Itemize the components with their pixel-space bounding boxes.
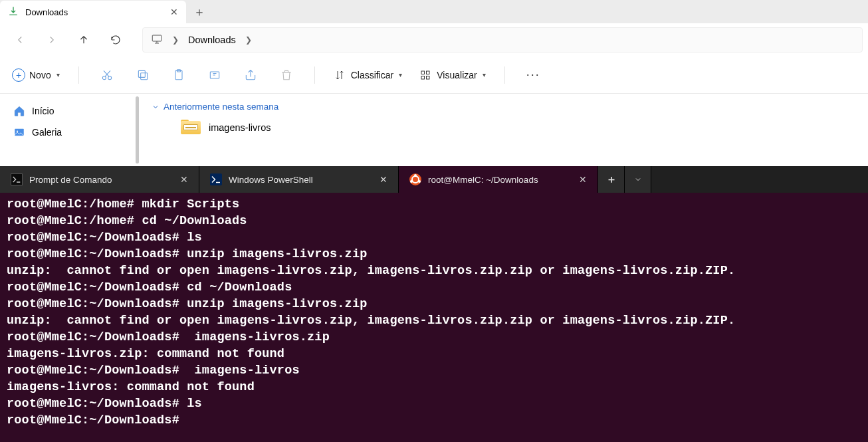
folder-item-name: imagens-livros bbox=[209, 122, 271, 133]
plus-circle-icon: + bbox=[12, 68, 25, 82]
sort-button[interactable]: Classificar ▾ bbox=[327, 65, 409, 85]
explorer-tabbar: Downloads ✕ ＋ bbox=[0, 0, 868, 23]
new-button-label: Novo bbox=[29, 70, 51, 80]
close-icon[interactable]: ✕ bbox=[180, 174, 188, 185]
svg-rect-10 bbox=[421, 76, 425, 79]
view-button[interactable]: Visualizar ▾ bbox=[413, 65, 492, 85]
group-header[interactable]: Anteriormente nesta semana bbox=[152, 99, 856, 117]
sidebar-item-label: Início bbox=[32, 106, 54, 116]
breadcrumb-segment[interactable]: Downloads bbox=[188, 35, 236, 45]
terminal-tabbar: Prompt de Comando ✕ Windows PowerShell ✕… bbox=[0, 166, 868, 193]
file-explorer: Downloads ✕ ＋ ❯ Downloads ❯ + Novo ▾ bbox=[0, 0, 868, 166]
explorer-tab-downloads[interactable]: Downloads ✕ bbox=[0, 1, 186, 23]
separator bbox=[78, 66, 79, 84]
nav-forward-button[interactable] bbox=[37, 27, 66, 53]
terminal-tab-dropdown-button[interactable] bbox=[625, 166, 651, 193]
sidebar-item-gallery[interactable]: Galeria bbox=[4, 122, 135, 143]
sidebar-item-label: Galeria bbox=[32, 127, 62, 138]
delete-button[interactable] bbox=[271, 62, 302, 88]
nav-up-button[interactable] bbox=[69, 27, 98, 53]
chevron-down-icon: ▾ bbox=[399, 71, 402, 78]
svg-point-2 bbox=[108, 76, 111, 79]
terminal-tab-cmd[interactable]: Prompt de Comando ✕ bbox=[0, 166, 199, 193]
more-button[interactable]: ··· bbox=[517, 64, 550, 86]
address-bar[interactable]: ❯ Downloads ❯ bbox=[142, 27, 863, 53]
view-label: Visualizar bbox=[437, 70, 477, 80]
terminal-tab-title: Prompt de Comando bbox=[29, 175, 112, 185]
terminal-tab-powershell[interactable]: Windows PowerShell ✕ bbox=[199, 166, 399, 193]
sort-label: Classificar bbox=[351, 70, 394, 80]
nav-refresh-button[interactable] bbox=[101, 27, 130, 53]
svg-rect-0 bbox=[152, 35, 162, 41]
explorer-tab-title: Downloads bbox=[25, 7, 163, 17]
terminal-window: Prompt de Comando ✕ Windows PowerShell ✕… bbox=[0, 166, 868, 442]
chevron-down-icon: ▾ bbox=[56, 71, 60, 78]
explorer-content[interactable]: Anteriormente nesta semana imagens-livro… bbox=[140, 94, 868, 166]
terminal-tab-title: Windows PowerShell bbox=[229, 175, 313, 185]
cmd-icon bbox=[11, 173, 23, 185]
computer-icon bbox=[151, 33, 163, 47]
paste-button[interactable] bbox=[163, 62, 195, 88]
terminal-tab-controls: ＋ bbox=[598, 166, 651, 193]
svg-rect-4 bbox=[138, 70, 145, 77]
svg-rect-11 bbox=[427, 76, 430, 79]
powershell-icon bbox=[210, 173, 222, 185]
chevron-right-icon[interactable]: ❯ bbox=[245, 35, 252, 45]
folder-zip-icon bbox=[181, 120, 201, 136]
folder-item[interactable]: imagens-livros bbox=[152, 117, 856, 138]
separator bbox=[504, 66, 505, 84]
nav-back-button[interactable] bbox=[5, 27, 35, 53]
new-terminal-tab-button[interactable]: ＋ bbox=[598, 166, 625, 193]
sidebar-item-home[interactable]: Início bbox=[4, 100, 135, 122]
close-icon[interactable]: ✕ bbox=[579, 174, 587, 185]
separator bbox=[314, 66, 315, 84]
explorer-toolbar: + Novo ▾ Classificar ▾ Visualizar ▾ ··· bbox=[0, 56, 868, 94]
svg-point-1 bbox=[102, 76, 106, 79]
close-icon[interactable]: ✕ bbox=[170, 7, 178, 17]
explorer-sidebar: Início Galeria bbox=[0, 94, 140, 166]
terminal-tab-title: root@MmelC: ~/Downloads bbox=[428, 175, 538, 185]
close-icon[interactable]: ✕ bbox=[380, 174, 387, 185]
svg-point-13 bbox=[17, 130, 18, 132]
group-header-label: Anteriormente nesta semana bbox=[163, 102, 278, 112]
new-tab-button[interactable]: ＋ bbox=[186, 1, 213, 23]
rename-button[interactable] bbox=[199, 62, 231, 88]
download-icon bbox=[8, 6, 19, 19]
chevron-down-icon: ▾ bbox=[483, 71, 486, 78]
share-button[interactable] bbox=[235, 62, 267, 88]
cut-button[interactable] bbox=[91, 62, 123, 88]
terminal-tab-ubuntu[interactable]: root@MmelC: ~/Downloads ✕ bbox=[399, 166, 598, 193]
svg-rect-3 bbox=[140, 72, 147, 79]
chevron-right-icon[interactable]: ❯ bbox=[172, 35, 179, 45]
svg-rect-9 bbox=[427, 71, 430, 74]
ubuntu-icon bbox=[409, 173, 421, 185]
copy-button[interactable] bbox=[127, 62, 159, 88]
terminal-output[interactable]: root@MmelC:/home# mkdir Scripts root@Mme… bbox=[0, 193, 868, 433]
explorer-body: Início Galeria Anteriormente nesta seman… bbox=[0, 94, 868, 166]
svg-rect-8 bbox=[421, 71, 425, 74]
new-button[interactable]: + Novo ▾ bbox=[5, 64, 66, 86]
explorer-navbar: ❯ Downloads ❯ bbox=[0, 23, 868, 56]
